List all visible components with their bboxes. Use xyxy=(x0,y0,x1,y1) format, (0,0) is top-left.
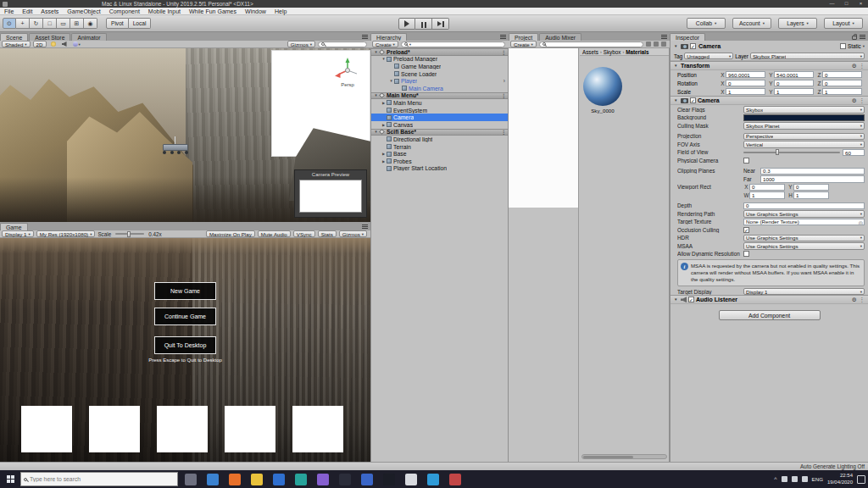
position-z-field[interactable]: 0 xyxy=(822,71,862,79)
value-field[interactable]: 0 xyxy=(749,184,785,191)
scale-x-field[interactable]: 1 xyxy=(726,88,765,96)
value-field[interactable]: 0 xyxy=(743,202,865,210)
scene-effects-dropdown[interactable]: ▾ xyxy=(71,41,82,47)
tray-expand-icon[interactable]: ^ xyxy=(774,476,776,482)
foldout-expanded-icon[interactable]: ▼ xyxy=(674,297,679,302)
context-menu-icon[interactable]: ⋮ xyxy=(860,63,865,69)
pivot-toggle[interactable]: Pivot xyxy=(106,18,129,29)
rover-model[interactable] xyxy=(161,136,192,155)
2d-toggle[interactable]: 2D xyxy=(33,41,47,47)
transform-tool[interactable]: ⊞ xyxy=(70,18,84,29)
step-button[interactable] xyxy=(432,18,449,30)
hierarchy-item[interactable]: ▶Probes xyxy=(371,158,508,165)
collab-dropdown[interactable]: Collab▾ xyxy=(687,18,726,29)
breadcrumb-materials[interactable]: Materials xyxy=(626,49,648,55)
context-menu-icon[interactable]: ⋮ xyxy=(860,97,865,104)
rotation-y-field[interactable]: 0 xyxy=(774,80,814,87)
panel-menu-icon[interactable] xyxy=(362,225,368,229)
taskbar-app-icon[interactable] xyxy=(383,474,395,485)
display-dropdown[interactable]: Display 1▾ xyxy=(2,230,34,237)
object-enabled-checkbox[interactable]: ✓ xyxy=(690,43,696,49)
object-picker-icon[interactable]: ◎ xyxy=(859,219,863,225)
projection-dropdown[interactable]: Perspective▾ xyxy=(743,133,865,141)
audio-listener-header[interactable]: ▼ ✓ Audio Listener ⚙⋮ xyxy=(670,295,868,304)
local-toggle[interactable]: Local xyxy=(129,18,152,29)
new-game-button[interactable]: New Game xyxy=(154,282,216,300)
hierarchy-item[interactable]: ▼Player› xyxy=(371,77,508,85)
foldout-collapsed-icon[interactable]: ▶ xyxy=(381,123,387,127)
foldout-expanded-icon[interactable]: ▼ xyxy=(674,64,679,68)
gear-icon[interactable]: ⚙ xyxy=(852,63,857,69)
favorites-icon[interactable] xyxy=(661,42,666,47)
tab-audio-mixer[interactable]: Audio Mixer xyxy=(539,33,581,41)
taskbar-app-icon[interactable] xyxy=(295,474,307,485)
scene-viewport[interactable]: Persp Camera Preview xyxy=(0,48,370,222)
view-tool[interactable]: ⊙ xyxy=(3,18,16,29)
battery-icon[interactable] xyxy=(802,476,808,482)
hdr-dropdown[interactable]: Use Graphics Settings▾ xyxy=(743,235,865,242)
hierarchy-item[interactable]: Main Camera xyxy=(371,85,508,92)
hierarchy-item[interactable]: EventSystem xyxy=(371,107,508,114)
add-component-button[interactable]: Add Component xyxy=(719,310,821,320)
auto-generate-lighting-status[interactable]: Auto Generate Lighting Off xyxy=(800,463,865,469)
pause-button[interactable] xyxy=(415,18,432,30)
hierarchy-item[interactable]: ▶Main Menu xyxy=(371,99,508,107)
tag-dropdown[interactable]: Untagged▾ xyxy=(684,53,733,60)
scene-lighting-toggle[interactable] xyxy=(49,41,58,47)
slider-thumb[interactable] xyxy=(127,231,131,237)
rect-tool[interactable]: ▭ xyxy=(57,18,70,29)
transform-component-header[interactable]: ▼ Transform ⚙⋮ xyxy=(670,61,868,70)
gizmos-dropdown[interactable]: Gizmos▾ xyxy=(287,41,315,47)
lock-icon[interactable] xyxy=(852,36,857,40)
camera-component-header[interactable]: ▼ ✓ Camera ⚙⋮ xyxy=(670,96,868,105)
asset-thumbnail-sky-0000[interactable] xyxy=(583,67,622,106)
scale-tool[interactable]: □ xyxy=(43,18,57,29)
taskbar-app-icon[interactable] xyxy=(273,474,285,485)
taskbar-app-icon[interactable] xyxy=(339,474,351,485)
account-dropdown[interactable]: Account▾ xyxy=(732,18,771,29)
panel-menu-icon[interactable] xyxy=(362,35,368,39)
tab-project[interactable]: Project xyxy=(509,33,538,41)
layers-dropdown[interactable]: Layers▾ xyxy=(778,18,817,29)
foldout-collapsed-icon[interactable]: ▶ xyxy=(381,159,387,164)
hierarchy-item[interactable]: Scene Loader xyxy=(371,70,508,78)
taskbar-search[interactable] xyxy=(20,472,178,486)
hierarchy-search-input[interactable]: ▾ xyxy=(401,42,505,47)
taskbar-app-icon[interactable] xyxy=(405,474,417,485)
game-viewport[interactable]: New GameContinue GameQuit To Desktop Pre… xyxy=(0,238,370,462)
background-color-swatch[interactable] xyxy=(743,114,865,121)
tab-scene[interactable]: Scene xyxy=(0,33,28,41)
continue-game-button[interactable]: Continue Game xyxy=(154,308,216,325)
hierarchy-item[interactable]: Directional light xyxy=(371,136,508,143)
taskbar-app-icon[interactable] xyxy=(317,474,329,485)
taskbar-app-icon[interactable] xyxy=(207,474,219,485)
fov-axis-dropdown[interactable]: Vertical▾ xyxy=(743,141,865,148)
taskbar-app-icon[interactable] xyxy=(427,474,439,485)
taskbar-search-input[interactable] xyxy=(30,476,157,482)
taskbar-clock[interactable]: 22:54 19/04/2020 xyxy=(827,473,853,485)
culling-mask-dropdown[interactable]: Skybox Planet▾ xyxy=(743,122,865,130)
static-checkbox[interactable] xyxy=(840,43,846,49)
menu-window[interactable]: Window xyxy=(241,8,270,15)
value-field[interactable]: 0.3 xyxy=(760,168,865,175)
gear-icon[interactable]: ⚙ xyxy=(852,297,857,303)
menu-assets[interactable]: Assets xyxy=(36,8,63,15)
target-texture-object-field[interactable]: None (Render Texture)◎ xyxy=(743,219,865,226)
value-field[interactable]: 0 xyxy=(793,184,829,191)
maximize-on-play-toggle[interactable]: Maximize On Play xyxy=(206,230,255,237)
menu-edit[interactable]: Edit xyxy=(18,8,36,15)
start-button[interactable] xyxy=(0,470,20,488)
taskbar-app-icon[interactable] xyxy=(449,474,461,485)
vsync-toggle[interactable]: VSync xyxy=(293,230,315,237)
foldout-collapsed-icon[interactable]: ▶ xyxy=(381,101,387,105)
context-menu-icon[interactable]: ⋮ xyxy=(860,297,865,303)
stats-toggle[interactable]: Stats xyxy=(318,230,337,237)
layout-dropdown[interactable]: Layout▾ xyxy=(824,18,863,29)
taskbar-app-icon[interactable] xyxy=(361,474,373,485)
hierarchy-create-dropdown[interactable]: Create▾ xyxy=(372,41,398,47)
clear-flags-dropdown[interactable]: Skybox▾ xyxy=(743,106,865,114)
hierarchy-scene-header[interactable]: ▼Scifi Base*⋮ xyxy=(371,129,508,136)
rotate-tool[interactable]: ↻ xyxy=(30,18,43,29)
component-enabled-checkbox[interactable]: ✓ xyxy=(690,97,696,103)
taskbar-app-icon[interactable] xyxy=(229,474,241,485)
